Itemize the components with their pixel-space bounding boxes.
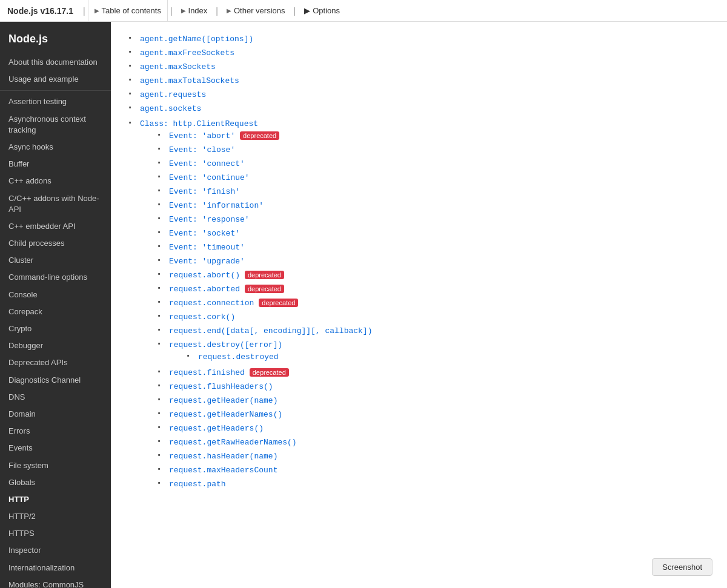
agent-getname-link[interactable]: agent.getName([options]) [140, 35, 253, 44]
sidebar-item-cppaddons-napi[interactable]: C/C++ addons with Node-API [0, 190, 111, 218]
deprecated-badge: deprecated [259, 299, 298, 307]
list-item: agent.getName([options]) [125, 31, 712, 45]
request-getheadernames-link[interactable]: request.getHeaderNames() [169, 410, 282, 419]
list-item: Event: 'upgrade' [154, 254, 712, 268]
request-abort-link[interactable]: request.abort() [169, 271, 240, 280]
event-abort-link[interactable]: Event: 'abort' [169, 131, 235, 140]
class-section-list: Class: http.ClientRequest Event: 'abort'… [125, 116, 712, 492]
sidebar-item-debugger[interactable]: Debugger [0, 337, 111, 354]
sidebar-item-cmdline[interactable]: Command-line options [0, 269, 111, 286]
event-response-link[interactable]: Event: 'response' [169, 215, 250, 224]
sidebar-item-cluster[interactable]: Cluster [0, 252, 111, 269]
sidebar-item-console[interactable]: Console [0, 286, 111, 303]
request-hasheader-link[interactable]: request.hasHeader(name) [169, 452, 277, 461]
event-continue-link[interactable]: Event: 'continue' [169, 173, 250, 182]
sidebar-item-errors[interactable]: Errors [0, 423, 111, 440]
topbar-options[interactable]: ▶ Options [298, 6, 346, 15]
request-maxheaderscount-link[interactable]: request.maxHeadersCount [169, 466, 277, 475]
index-label: Index [188, 6, 208, 15]
sep3: | [216, 6, 218, 16]
sidebar-item-http2[interactable]: HTTP/2 [0, 508, 111, 525]
sidebar-item-fs[interactable]: File system [0, 457, 111, 474]
sidebar-item-diagnostics-channel[interactable]: Diagnostics Channel [0, 372, 111, 389]
sidebar-item-child-processes[interactable]: Child processes [0, 235, 111, 252]
sidebar-item-cpp-embedder[interactable]: C++ embedder API [0, 218, 111, 235]
list-item: request.getHeaders() [154, 421, 712, 435]
sidebar-item-events[interactable]: Events [0, 440, 111, 457]
sidebar-item-async-context[interactable]: Asynchronous context tracking [0, 111, 111, 139]
list-item: Event: 'finish' [154, 184, 712, 198]
content-area: agent.getName([options]) agent.maxFreeSo… [111, 22, 727, 588]
other-versions-label: Other versions [234, 6, 285, 15]
topbar-separator: | [83, 6, 85, 16]
other-versions-arrow-icon: ▶ [227, 7, 231, 14]
deprecated-badge: deprecated [245, 271, 284, 279]
sidebar-item-modules-commonjs[interactable]: Modules: CommonJS [0, 576, 111, 588]
request-finished-link[interactable]: request.finished [169, 368, 245, 377]
sidebar-logo[interactable]: Node.js [0, 27, 111, 54]
event-finish-link[interactable]: Event: 'finish' [169, 187, 240, 196]
event-timeout-link[interactable]: Event: 'timeout' [169, 243, 245, 252]
list-item: Event: 'socket' [154, 226, 712, 240]
sidebar-item-deprecated-apis[interactable]: Deprecated APIs [0, 354, 111, 371]
sidebar-item-async-hooks[interactable]: Async hooks [0, 139, 111, 156]
sidebar-item-inspector[interactable]: Inspector [0, 542, 111, 559]
list-item: Event: 'information' [154, 198, 712, 212]
class-heading-link[interactable]: Class: http.ClientRequest [140, 119, 258, 128]
sidebar-item-dns[interactable]: DNS [0, 389, 111, 406]
topbar: Node.js v16.17.1 | ▶ Table of contents |… [0, 0, 727, 22]
request-getheaders-link[interactable]: request.getHeaders() [169, 424, 264, 433]
deprecated-badge: deprecated [245, 285, 284, 293]
request-destroyed-link[interactable]: request.destroyed [198, 352, 279, 362]
agent-requests-link[interactable]: agent.requests [140, 90, 206, 99]
list-item: request.connection deprecated [154, 296, 712, 309]
screenshot-button[interactable]: Screenshot [652, 558, 712, 576]
request-getrawheadernames-link[interactable]: request.getRawHeaderNames() [169, 438, 297, 447]
topbar-other-versions[interactable]: ▶ Other versions [221, 0, 291, 21]
list-item: request.hasHeader(name) [154, 449, 712, 463]
sep2: | [170, 6, 173, 16]
list-item: request.abort() deprecated [154, 268, 712, 282]
topbar-toc[interactable]: ▶ Table of contents [88, 0, 168, 21]
event-upgrade-link[interactable]: Event: 'upgrade' [169, 257, 245, 266]
agent-items-list: agent.getName([options]) agent.maxFreeSo… [125, 31, 712, 115]
request-path-link[interactable]: request.path [169, 480, 226, 489]
sidebar-item-about-docs[interactable]: About this documentation [0, 54, 111, 71]
agent-maxfreesockets-link[interactable]: agent.maxFreeSockets [140, 48, 234, 58]
sidebar-item-buffer[interactable]: Buffer [0, 156, 111, 173]
request-connection-link[interactable]: request.connection [169, 299, 254, 308]
list-item: request.finished deprecated [154, 365, 712, 379]
sidebar-item-globals[interactable]: Globals [0, 474, 111, 491]
request-destroy-link[interactable]: request.destroy([error]) [169, 340, 282, 349]
request-cork-link[interactable]: request.cork() [169, 312, 235, 322]
sidebar-item-usage[interactable]: Usage and example [0, 71, 111, 88]
sidebar-item-corepack[interactable]: Corepack [0, 303, 111, 320]
event-socket-link[interactable]: Event: 'socket' [169, 229, 240, 238]
sidebar-item-intl[interactable]: Internationalization [0, 560, 111, 576]
list-item: Event: 'continue' [154, 170, 712, 184]
sidebar-item-http[interactable]: HTTP [0, 491, 111, 508]
agent-sockets-link[interactable]: agent.sockets [140, 104, 201, 113]
topbar-index[interactable]: ▶ Index [175, 0, 214, 21]
list-item: request.end([data[, encoding]][, callbac… [154, 323, 712, 337]
options-arrow-icon: ▶ [304, 6, 310, 15]
event-close-link[interactable]: Event: 'close' [169, 145, 235, 154]
sidebar-item-cppaddons[interactable]: C++ addons [0, 173, 111, 190]
sidebar-item-https[interactable]: HTTPS [0, 525, 111, 542]
agent-maxsockets-link[interactable]: agent.maxSockets [140, 62, 216, 71]
sidebar: Node.js About this documentation Usage a… [0, 22, 111, 588]
agent-maxtotalsockets-link[interactable]: agent.maxTotalSockets [140, 76, 239, 85]
sidebar-item-crypto[interactable]: Crypto [0, 320, 111, 337]
event-connect-link[interactable]: Event: 'connect' [169, 159, 245, 168]
request-getheader-link[interactable]: request.getHeader(name) [169, 396, 277, 405]
request-aborted-link[interactable]: request.aborted [169, 285, 240, 294]
request-flushheaders-link[interactable]: request.flushHeaders() [169, 382, 273, 391]
event-information-link[interactable]: Event: 'information' [169, 201, 264, 210]
sidebar-item-domain[interactable]: Domain [0, 406, 111, 423]
destroy-sub-list: request.destroyed [169, 349, 712, 363]
list-item: request.getHeader(name) [154, 393, 712, 407]
request-end-link[interactable]: request.end([data[, encoding]][, callbac… [169, 326, 372, 335]
toc-arrow-icon: ▶ [95, 7, 99, 14]
deprecated-badge: deprecated [250, 368, 289, 377]
sidebar-item-assertion[interactable]: Assertion testing [0, 93, 111, 110]
